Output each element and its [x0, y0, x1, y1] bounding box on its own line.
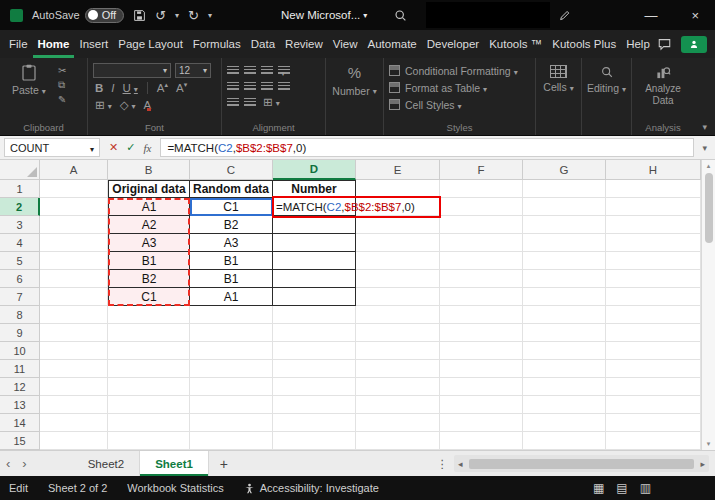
cell-D5[interactable] [273, 252, 356, 270]
cell-F8[interactable] [440, 306, 523, 324]
row-header-9[interactable]: 9 [0, 324, 40, 342]
cell-A7[interactable] [40, 288, 108, 306]
column-header-A[interactable]: A [40, 160, 108, 180]
ribbon-tab-help[interactable]: Help [621, 30, 655, 58]
cut-icon[interactable]: ✂ [58, 65, 66, 76]
align-center-icon[interactable] [244, 82, 256, 91]
sheet-tab-sheet1[interactable]: Sheet1 [140, 451, 209, 476]
cell-A11[interactable] [40, 360, 108, 378]
cell-F12[interactable] [440, 378, 523, 396]
cell-H15[interactable] [606, 432, 701, 450]
cell-B4[interactable]: A3 [108, 234, 190, 252]
cell-B14[interactable] [108, 414, 190, 432]
cell-B1[interactable]: Original data [108, 180, 190, 198]
cell-G4[interactable] [523, 234, 606, 252]
increase-indent-icon[interactable] [244, 98, 256, 107]
share-button[interactable] [681, 36, 707, 53]
cell-H13[interactable] [606, 396, 701, 414]
conditional-formatting-button[interactable]: Conditional Formatting [389, 62, 530, 79]
cell-G10[interactable] [523, 342, 606, 360]
cell-E7[interactable] [356, 288, 440, 306]
cell-C1[interactable]: Random data [190, 180, 273, 198]
cell-E3[interactable] [356, 216, 440, 234]
hscroll-left-icon[interactable]: ◂ [454, 459, 467, 469]
cell-C6[interactable]: B1 [190, 270, 273, 288]
number-format-button[interactable]: Number [331, 85, 378, 97]
cell-F14[interactable] [440, 414, 523, 432]
cell-H12[interactable] [606, 378, 701, 396]
cell-G3[interactable] [523, 216, 606, 234]
cell-E9[interactable] [356, 324, 440, 342]
sheetbar-handle-icon[interactable]: ⋮ [431, 451, 455, 476]
decrease-font-button[interactable]: A▾ [174, 81, 189, 94]
cell-D11[interactable] [273, 360, 356, 378]
cell-E12[interactable] [356, 378, 440, 396]
cell-B2[interactable]: A1 [108, 198, 190, 216]
fill-color-button[interactable]: ◇ [118, 98, 138, 112]
row-header-1[interactable]: 1 [0, 180, 40, 198]
cell-G6[interactable] [523, 270, 606, 288]
undo-icon[interactable]: ↺ [155, 9, 166, 22]
row-header-11[interactable]: 11 [0, 360, 40, 378]
align-right-icon[interactable] [261, 82, 273, 91]
cell-D12[interactable] [273, 378, 356, 396]
cell-E5[interactable] [356, 252, 440, 270]
cell-A14[interactable] [40, 414, 108, 432]
cell-G5[interactable] [523, 252, 606, 270]
scroll-up-icon[interactable]: ▴ [707, 162, 711, 170]
ribbon-tab-automate[interactable]: Automate [363, 30, 422, 58]
comments-icon[interactable] [657, 37, 672, 51]
cell-D8[interactable] [273, 306, 356, 324]
vertical-scroll-thumb[interactable] [705, 173, 713, 243]
formula-input[interactable]: =MATCH(C2,$B$2:$B$7,0) [160, 138, 694, 157]
select-all-corner[interactable] [0, 160, 40, 180]
cell-D10[interactable] [273, 342, 356, 360]
cell-B9[interactable] [108, 324, 190, 342]
row-header-15[interactable]: 15 [0, 432, 40, 450]
cell-H4[interactable] [606, 234, 701, 252]
cell-B5[interactable]: B1 [108, 252, 190, 270]
hscroll-right-icon[interactable]: ▸ [696, 459, 709, 469]
cell-F5[interactable] [440, 252, 523, 270]
cell-C13[interactable] [190, 396, 273, 414]
cell-D13[interactable] [273, 396, 356, 414]
cell-E15[interactable] [356, 432, 440, 450]
bold-button[interactable]: B [93, 82, 105, 94]
cell-E6[interactable] [356, 270, 440, 288]
cell-A1[interactable] [40, 180, 108, 198]
cell-G11[interactable] [523, 360, 606, 378]
cell-H10[interactable] [606, 342, 701, 360]
horizontal-scroll-thumb[interactable] [469, 459, 695, 469]
search-icon[interactable] [394, 9, 407, 22]
cell-B8[interactable] [108, 306, 190, 324]
cell-B15[interactable] [108, 432, 190, 450]
row-header-13[interactable]: 13 [0, 396, 40, 414]
analyze-data-button[interactable]: Analyze Data [637, 62, 689, 106]
decrease-indent-icon[interactable] [227, 98, 239, 107]
cell-C11[interactable] [190, 360, 273, 378]
document-title[interactable]: New Microsof... [281, 9, 367, 21]
cell-G13[interactable] [523, 396, 606, 414]
percent-style-icon[interactable]: % [331, 62, 378, 81]
cell-B12[interactable] [108, 378, 190, 396]
minimize-button[interactable]: — [644, 8, 657, 23]
cell-A3[interactable] [40, 216, 108, 234]
cancel-button[interactable]: ✕ [109, 141, 118, 154]
format-as-table-button[interactable]: Format as Table [389, 79, 530, 96]
ribbon-tab-home[interactable]: Home [33, 30, 75, 58]
cell-H8[interactable] [606, 306, 701, 324]
cell-H7[interactable] [606, 288, 701, 306]
column-header-H[interactable]: H [606, 160, 701, 180]
row-header-10[interactable]: 10 [0, 342, 40, 360]
cell-C10[interactable] [190, 342, 273, 360]
cell-C15[interactable] [190, 432, 273, 450]
cell-C12[interactable] [190, 378, 273, 396]
cell-G12[interactable] [523, 378, 606, 396]
cell-G8[interactable] [523, 306, 606, 324]
undo-chevron-icon[interactable]: ▾ [175, 11, 179, 20]
cell-C14[interactable] [190, 414, 273, 432]
cell-D7[interactable] [273, 288, 356, 306]
cells-button[interactable]: Cells [541, 62, 576, 93]
ribbon-tab-kutools-plus[interactable]: Kutools Plus [547, 30, 621, 58]
orientation-icon[interactable] [278, 66, 290, 75]
